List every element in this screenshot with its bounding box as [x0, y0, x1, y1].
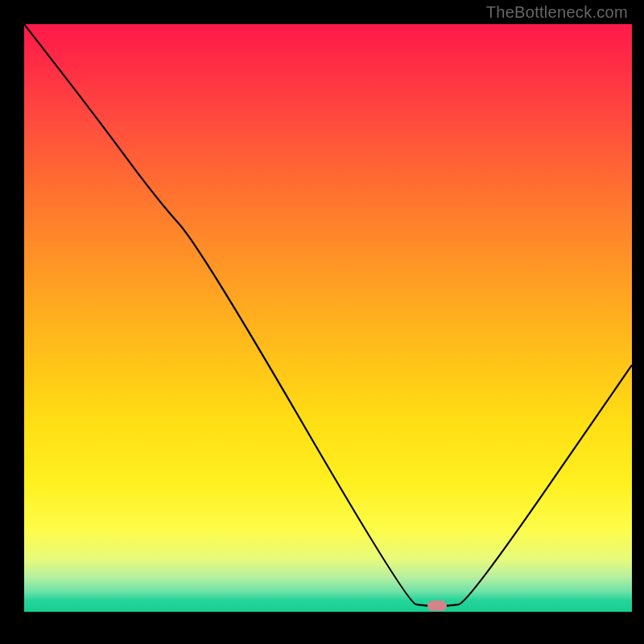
watermark-text: TheBottleneck.com: [486, 3, 628, 22]
bottleneck-curve: [24, 24, 632, 612]
chart-plot-area: [24, 24, 632, 612]
optimum-marker: [427, 601, 447, 611]
